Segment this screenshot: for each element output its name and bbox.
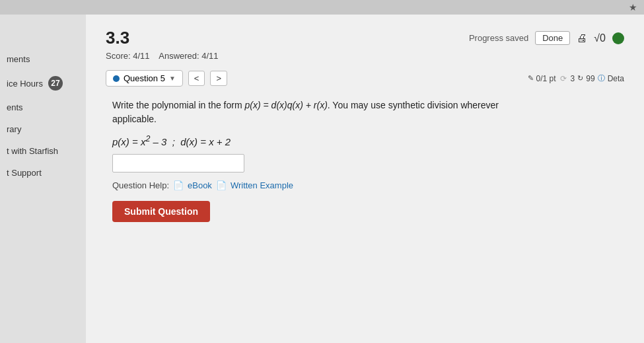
detail-label: Deta	[608, 74, 624, 83]
problem-area: Write the polynomial in the form p(x) = …	[112, 98, 624, 222]
document-icon2: 📄	[216, 180, 227, 190]
help-label: Question Help:	[112, 180, 169, 190]
sidebar-item-support[interactable]: t Support	[7, 168, 86, 178]
sidebar-item-starfish[interactable]: t with Starfish	[7, 146, 86, 156]
blue-dot	[113, 75, 120, 82]
section-title: 3.3	[106, 28, 129, 48]
answered-label: Answered: 4/11	[159, 51, 218, 61]
main-content: 3.3 Progress saved Done 🖨 √0 Score: 4/11…	[86, 15, 644, 343]
done-button[interactable]: Done	[535, 31, 570, 45]
given-formula: p(x) = x2 – 3 ; d(x) = x + 2	[112, 134, 624, 147]
print-icon[interactable]: 🖨	[577, 32, 587, 44]
problem-text: Write the polynomial in the form p(x) = …	[112, 98, 624, 126]
star-icon[interactable]: ★	[629, 2, 637, 13]
submit-question-button[interactable]: Submit Question	[112, 201, 210, 222]
document-icon: 📄	[173, 180, 184, 190]
saves-icon: ↻	[577, 74, 583, 83]
sidebar-item-ents[interactable]: ents	[7, 102, 86, 112]
header-right: Progress saved Done 🖨 √0	[469, 31, 624, 45]
points-label: 0/1 pt	[536, 74, 556, 83]
score-row: Score: 4/11 Answered: 4/11	[106, 51, 624, 61]
sidebar-item-ments[interactable]: ments	[7, 54, 86, 64]
sqrt-icon[interactable]: √0	[594, 32, 606, 44]
header-row: 3.3 Progress saved Done 🖨 √0	[106, 28, 624, 48]
question-bar-left: Question 5 ▼ < >	[106, 70, 227, 87]
badge: 27	[48, 76, 63, 91]
saves-count: 99	[586, 74, 594, 83]
top-bar: ★	[0, 0, 644, 15]
ebook-link[interactable]: eBook	[188, 180, 212, 190]
sidebar-item-rary[interactable]: rary	[7, 124, 86, 134]
edit-icon: ✎	[528, 74, 534, 83]
sep1: ⟳	[560, 74, 567, 83]
question-help: Question Help: 📄 eBook 📄 Written Example	[112, 180, 624, 190]
sidebar-item-ice-hours[interactable]: ice Hours 27	[7, 76, 86, 91]
question-selector[interactable]: Question 5 ▼	[106, 70, 183, 87]
user-avatar	[612, 32, 624, 44]
question-label: Question 5	[124, 73, 165, 83]
question-bar: Question 5 ▼ < > ✎ 0/1 pt ⟳ 3 ↻ 99 ⓘ Det…	[106, 70, 624, 87]
answer-input[interactable]	[112, 154, 244, 172]
next-question-button[interactable]: >	[210, 71, 227, 86]
formula-inline: p(x) = d(x)q(x) + r(x)	[245, 100, 328, 110]
score-label: Score: 4/11	[106, 51, 150, 61]
info-icon: ⓘ	[598, 73, 605, 83]
dropdown-arrow-icon: ▼	[169, 75, 176, 82]
question-bar-right: ✎ 0/1 pt ⟳ 3 ↻ 99 ⓘ Deta	[528, 73, 624, 83]
progress-saved-text: Progress saved	[469, 33, 528, 43]
retries-count: 3	[571, 74, 575, 83]
prev-question-button[interactable]: <	[188, 71, 205, 86]
written-example-link[interactable]: Written Example	[231, 180, 293, 190]
sidebar: ments ice Hours 27 ents rary t with Star…	[0, 15, 86, 343]
